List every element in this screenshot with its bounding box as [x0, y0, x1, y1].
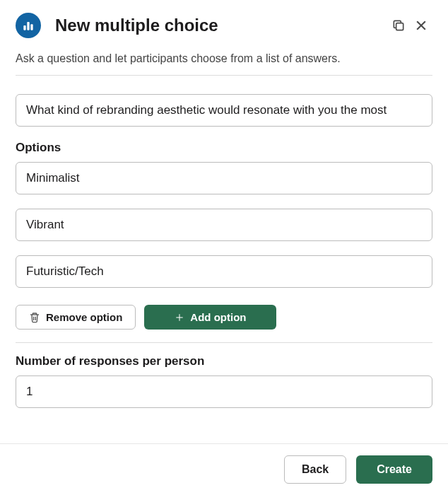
copy-icon[interactable] [387, 14, 410, 37]
option-buttons-row: Remove option Add option [16, 305, 432, 343]
close-icon[interactable] [410, 14, 432, 37]
option-input-1[interactable] [16, 162, 432, 194]
add-option-button[interactable]: Add option [144, 305, 276, 330]
option-input-3[interactable] [16, 255, 432, 288]
remove-option-button[interactable]: Remove option [16, 305, 136, 330]
app-logo-icon [16, 13, 41, 38]
back-label: Back [302, 463, 329, 476]
modal-header: New multiple choice [0, 0, 448, 48]
modal-footer: Back Create [0, 443, 448, 495]
create-button[interactable]: Create [356, 455, 432, 484]
options-label: Options [16, 141, 432, 155]
plus-icon [175, 313, 184, 322]
description-text: Ask a question and let participants choo… [16, 52, 432, 76]
back-button[interactable]: Back [284, 455, 346, 484]
svg-rect-2 [30, 24, 33, 30]
add-option-label: Add option [190, 311, 246, 323]
svg-rect-0 [23, 25, 25, 30]
svg-rect-3 [396, 23, 403, 30]
create-label: Create [377, 463, 412, 476]
responses-label: Number of responses per person [16, 354, 432, 368]
option-input-2[interactable] [16, 209, 432, 241]
modal-title: New multiple choice [55, 16, 387, 35]
modal-body: Ask a question and let participants choo… [0, 48, 448, 408]
question-input[interactable] [16, 94, 432, 127]
trash-icon [29, 312, 40, 323]
remove-option-label: Remove option [46, 311, 122, 323]
responses-input[interactable] [16, 375, 432, 408]
svg-rect-1 [27, 22, 29, 30]
